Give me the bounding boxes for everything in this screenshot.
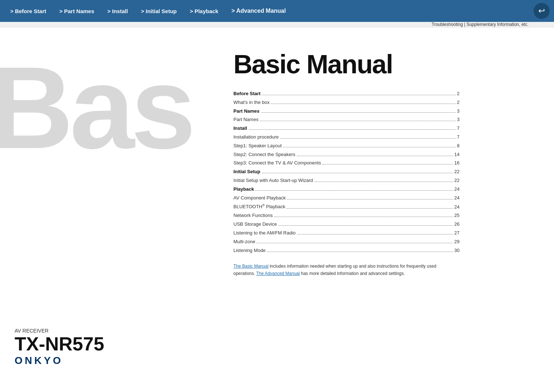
footer-text-after: has more detailed information and advanc… [300,271,405,276]
toc-whats-in-box[interactable]: What's in the box 2 [233,99,460,106]
nav-items: > Before Start > Part Names > Install > … [4,8,550,14]
toc-step3[interactable]: Step3: Connect the TV & AV Components 16 [233,159,460,167]
toc-bluetooth[interactable]: BLUETOOTH® Playback 24 [233,203,460,211]
advanced-manual-link[interactable]: The Advanced Manual [256,271,300,276]
toc-av-component[interactable]: AV Component Playback 24 [233,194,460,202]
watermark-text: Bas [0,49,192,166]
toc-multizone[interactable]: Multi-zone 29 [233,238,460,246]
toc-radio[interactable]: Listening to the AM/FM Radio 27 [233,229,460,237]
page-title: Basic Manual [233,49,539,79]
right-content: Basic Manual Before Start 2 What's in th… [212,27,554,377]
sub-navigation: Troubleshooting | Supplementary Informat… [0,22,554,27]
nav-before-start[interactable]: > Before Start [4,8,53,14]
nav-playback[interactable]: > Playback [183,8,225,14]
nav-install[interactable]: > Install [101,8,134,14]
watermark-area: Bas [0,27,212,377]
toc-step1[interactable]: Step1: Speaker Layout 8 [233,142,460,150]
toc-part-names[interactable]: Part Names 3 [233,116,460,124]
basic-manual-link[interactable]: The Basic Manual [233,264,268,269]
main-content: Bas Basic Manual Before Start 2 What's i… [0,27,554,377]
brand-logo: ONKYO [15,355,104,366]
table-of-contents: Before Start 2 What's in the box 2 Part … [233,90,460,254]
nav-advanced-manual[interactable]: > Advanced Manual [225,8,292,14]
toc-usb[interactable]: USB Storage Device 26 [233,221,460,228]
toc-part-names-header[interactable]: Part Names 3 [233,108,460,115]
back-button[interactable]: ↩ [534,3,550,19]
toc-playback-header[interactable]: Playback 24 [233,186,460,193]
toc-listening-mode[interactable]: Listening Mode 30 [233,247,460,255]
toc-step2[interactable]: Step2: Connect the Speakers 14 [233,151,460,159]
av-receiver-label: AV RECEIVER [15,328,104,334]
toc-install-header[interactable]: Install 7 [233,125,460,132]
toc-before-start[interactable]: Before Start 2 [233,90,460,98]
nav-initial-setup[interactable]: > Initial Setup [135,8,183,14]
toc-network[interactable]: Network Functions 25 [233,212,460,220]
toc-initial-setup-wizard[interactable]: Initial Setup with Auto Start-up Wizard … [233,177,460,185]
nav-part-names[interactable]: > Part Names [53,8,101,14]
subnav-text[interactable]: Troubleshooting | Supplementary Informat… [432,22,528,27]
model-name: TX-NR575 [15,334,104,353]
navigation-bar: > Before Start > Part Names > Install > … [0,0,554,22]
branding: AV RECEIVER TX-NR575 ONKYO [15,328,104,366]
toc-installation-procedure[interactable]: Installation procedure 7 [233,133,460,141]
footer-description: The Basic Manual includes information ne… [233,263,452,277]
toc-initial-setup-header[interactable]: Initial Setup 22 [233,168,460,176]
